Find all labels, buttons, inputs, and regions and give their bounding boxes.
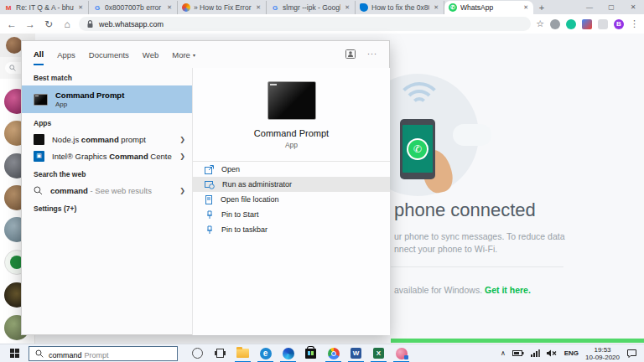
home-icon[interactable]: ⌂ [60,18,74,30]
edge-icon [283,348,294,359]
action-label: Pin to Start [221,210,259,219]
new-tab-button[interactable]: + [533,1,550,14]
close-icon[interactable]: ✕ [522,3,529,12]
forward-icon[interactable]: → [23,18,37,30]
start-button[interactable] [0,344,29,362]
excel-button[interactable]: X [367,344,390,362]
admin-shield-icon [205,180,215,189]
result-text-bold: command [81,135,119,144]
pin-icon [205,225,214,235]
best-match-command-prompt[interactable]: Command Prompt App [22,85,192,113]
microsoft-store-button[interactable] [299,344,322,362]
task-view-button[interactable] [209,344,231,362]
chevron-right-icon[interactable]: ❯ [179,153,185,160]
desktop: M Re: IT Q & A - bhuwan ✕ G 0x8007007b e… [0,0,644,362]
pin-icon [205,210,214,220]
google-icon: G [93,3,101,12]
window-controls: — ▢ ✕ [579,0,644,14]
chevron-right-icon[interactable]: ❯ [179,136,185,143]
back-icon[interactable]: ← [5,18,18,30]
grammarly-extension-icon[interactable] [566,19,576,29]
tab-all[interactable]: All [34,43,44,65]
close-icon[interactable]: ✕ [77,3,84,12]
tab-gmail[interactable]: M Re: IT Q & A - bhuwan ✕ [0,1,89,14]
extensions-puzzle-icon[interactable] [598,19,608,29]
pinned-app-button[interactable] [390,344,413,362]
search-icon [9,65,16,71]
command-prompt-icon-large [267,81,316,120]
search-typed-text: command [49,351,82,359]
search-options-icon[interactable]: ··· [367,49,377,58]
action-pin-to-taskbar[interactable]: Pin to taskbar [193,222,390,237]
tab-web[interactable]: Web [143,44,158,65]
best-match-subtitle: App [55,101,124,108]
result-web-command[interactable]: command - See web results ❯ [22,182,192,199]
tray-expand-icon[interactable]: ∧ [501,349,506,357]
chrome-button[interactable] [322,344,345,362]
taskbar: commandPrompt e W X ∧ ENG 19:53 10-09-20… [0,344,644,362]
edge-button[interactable] [277,344,299,362]
minimize-button[interactable]: — [579,0,600,14]
battery-icon[interactable] [512,349,524,357]
result-nodejs-command-prompt[interactable]: Node.js command prompt ❯ [22,131,192,147]
search-suggestion-text: Prompt [85,351,109,359]
tab-apps[interactable]: Apps [57,44,75,65]
internet-explorer-icon: e [260,348,272,359]
maximize-button[interactable]: ▢ [600,0,622,14]
toolbar-right: ☆ B ⋮ [536,18,639,29]
whatsapp-logo-icon: ✆ [408,140,427,158]
system-tray: ∧ ENG 19:53 10-09-2020 [501,346,644,361]
bookmark-star-icon[interactable]: ☆ [536,18,544,29]
section-search-the-web: Search the web [22,164,192,182]
phone-screen: ✆ [402,125,433,173]
close-icon[interactable]: ✕ [344,3,351,12]
cortana-button[interactable] [186,344,209,362]
tab-how-to-fix[interactable]: » How to Fix Error Code ✕ [178,1,267,14]
volume-muted-icon[interactable] [547,349,558,357]
get-it-here-link[interactable]: Get it here. [485,285,531,295]
profile-avatar[interactable]: B [614,19,624,29]
community-icon [360,3,368,12]
close-button[interactable]: ✕ [622,0,644,14]
tab-slmgr[interactable]: G slmgr --ipk - Google Se ✕ [267,1,356,14]
word-button[interactable]: W [345,344,367,362]
tab-error-fix[interactable]: G 0x8007007b error fix - ✕ [89,1,178,14]
action-center-icon[interactable] [626,349,637,358]
result-intel-graphics-command-center[interactable]: ▣ Intel® Graphics Command Center ❯ [22,147,192,164]
result-text-bold: command [50,186,88,195]
taskbar-app-icons: e W X [186,344,413,362]
user-avatar[interactable] [6,37,23,54]
close-icon[interactable]: ✕ [433,3,439,12]
section-best-match: Best match [22,68,192,85]
tab-more[interactable]: More▾ [172,44,195,65]
intel-icon: ▣ [34,151,44,162]
open-icon [205,165,214,174]
chevron-right-icon[interactable]: ❯ [179,187,185,194]
reload-icon[interactable]: ↻ [42,18,55,30]
pen-extension-icon[interactable] [582,19,592,29]
adblock-extension-icon[interactable] [550,19,560,29]
action-pin-to-start[interactable]: Pin to Start [193,207,390,222]
language-indicator[interactable]: ENG [564,349,579,357]
tab-whatsapp[interactable]: ✆ WhatsApp ✕ [444,1,533,14]
feedback-account-icon[interactable] [345,49,356,59]
address-bar[interactable]: web.whatsapp.com [79,17,531,31]
action-open-file-location[interactable]: Open file location [193,192,390,207]
gmail-icon: M [4,3,13,12]
tab-community[interactable]: How to fix the 0x80070 ✕ [356,1,444,14]
tab-documents[interactable]: Documents [89,44,129,65]
internet-explorer-button[interactable]: e [254,344,277,362]
close-icon[interactable]: ✕ [255,3,262,12]
action-run-as-administrator[interactable]: Run as administrator [193,177,390,192]
clock[interactable]: 19:53 10-09-2020 [585,346,620,361]
file-explorer-button[interactable] [231,344,254,362]
close-icon[interactable]: ✕ [166,3,173,12]
chevron-down-icon: ▾ [193,52,195,58]
taskbar-search-input[interactable]: commandPrompt [29,346,178,361]
file-explorer-icon [236,349,249,358]
network-icon[interactable] [531,349,540,357]
action-label: Open file location [221,195,279,204]
action-open[interactable]: Open [193,162,390,177]
browser-menu-icon[interactable]: ⋮ [630,18,639,29]
result-text: Intel® Graphics [52,152,109,161]
